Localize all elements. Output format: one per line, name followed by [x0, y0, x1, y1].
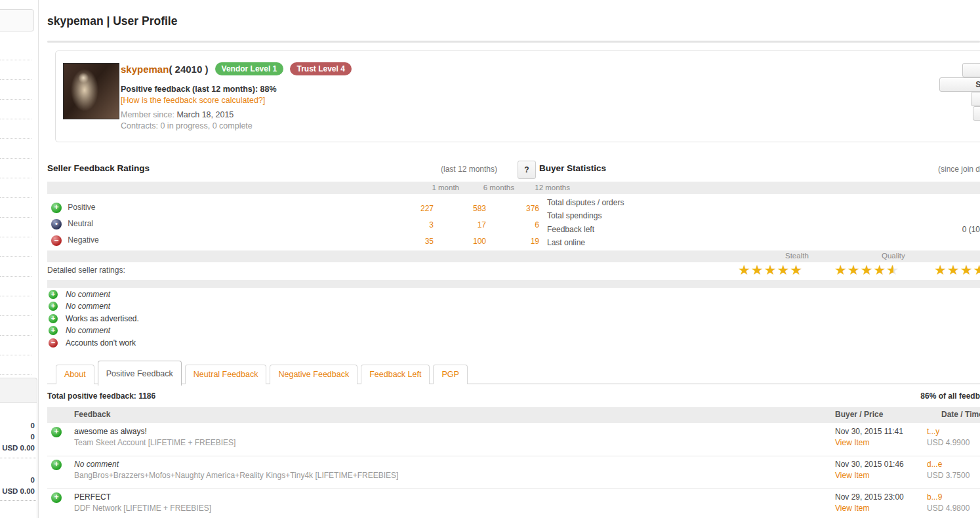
positive-icon	[49, 302, 58, 311]
column-6-months: 6 months	[475, 184, 514, 191]
positive-12m: 376	[500, 204, 539, 213]
feedback-date: Nov 30, 2015 01:46	[835, 460, 904, 469]
title-divider	[47, 41, 980, 43]
avatar-image	[63, 63, 119, 119]
tab-about[interactable]: About	[56, 365, 94, 384]
negative-row: Negative	[51, 235, 99, 246]
stat-feedback-left: Feedback left	[547, 225, 594, 234]
dsr-caption: Detailed seller ratings:	[47, 266, 125, 275]
feedback-item: BangBros+Brazzers+Mofos+Naughty America+…	[74, 471, 398, 480]
member-since-value: March 18, 2015	[176, 110, 234, 119]
positive-feedback-line: Positive feedback (last 12 months): 88%	[121, 85, 277, 94]
comment-text: Accounts don't work	[66, 338, 136, 348]
stat-last-online: Last online	[547, 238, 585, 247]
sidebar-total-amount: USD 0.00	[0, 444, 35, 452]
buyer-link[interactable]: t...y	[927, 427, 939, 436]
block-button[interactable]: B	[973, 106, 980, 121]
feedback-table-header: Feedback Buyer / Price Date / Time	[47, 407, 980, 423]
view-item-link[interactable]: View Item	[835, 504, 869, 513]
header-feedback: Feedback	[74, 410, 110, 419]
neutral-row: Neutral	[51, 219, 93, 229]
neutral-icon	[51, 219, 62, 229]
comment-row: No comment	[49, 301, 58, 313]
username[interactable]: skypeman	[121, 64, 169, 75]
tab-neutral-feedback[interactable]: Neutral Feedback	[185, 365, 267, 384]
neutral-label: Neutral	[68, 219, 93, 228]
seller-feedback-subtitle: (last 12 months)	[441, 165, 497, 174]
positive-icon	[49, 314, 58, 323]
feedback-comment: PERFECT	[74, 492, 111, 502]
vendor-level-badge: Vendor Level 1	[215, 62, 284, 75]
feedback-date: Nov 30, 2015 11:41	[835, 427, 903, 436]
tab-negative-feedback[interactable]: Negative Feedback	[270, 365, 357, 384]
sidebar-dotted-list	[0, 41, 31, 375]
username-line: skypeman( 24010 ) Vendor Level 1 Trust L…	[121, 64, 352, 77]
comment-row: No comment	[49, 325, 58, 338]
stat-total-spendings: Total spendings	[547, 211, 602, 220]
negative-12m: 19	[500, 237, 539, 246]
seller-feedback-title: Seller Feedback Ratings	[47, 163, 150, 173]
positive-icon	[49, 326, 58, 335]
buyer-link[interactable]: b...9	[927, 492, 942, 502]
header-date-time: Date / Time	[941, 410, 980, 419]
feedback-price: USD 4.9900	[927, 438, 970, 447]
negative-icon	[49, 338, 58, 348]
sidebar-total-value: 0	[0, 433, 35, 441]
comment-text: Works as advertised.	[66, 314, 139, 323]
sidebar-divider	[0, 500, 36, 501]
positive-6m: 583	[447, 204, 486, 213]
view-items-button[interactable]: View	[962, 63, 980, 77]
feedback-comment: awesome as always!	[74, 427, 147, 436]
feedback-row: No comment BangBros+Brazzers+Mofos+Naugh…	[47, 456, 980, 489]
total-positive-line: Total positive feedback: 1186	[47, 391, 155, 401]
send-message-button[interactable]: Send Me	[939, 77, 980, 92]
comment-text: No comment	[66, 290, 110, 299]
positive-row: Positive	[51, 203, 95, 213]
buyer-link[interactable]: d...e	[927, 460, 942, 469]
comment-row: Accounts don't work	[49, 338, 58, 350]
dsr-header-bar: Stealth Quality Value for pric	[47, 250, 980, 262]
column-1-month: 1 month	[420, 184, 459, 191]
view-item-link[interactable]: View Item	[835, 471, 869, 480]
sidebar-total-value: 0	[0, 422, 35, 429]
sidebar-totals-header	[0, 378, 37, 403]
stat-total-disputes: Total disputes / orders	[547, 198, 624, 207]
neutral-6m: 17	[447, 220, 486, 229]
help-button[interactable]: ?	[518, 161, 536, 179]
view-item-link[interactable]: View Item	[835, 438, 869, 447]
negative-icon	[51, 235, 62, 246]
tab-positive-feedback[interactable]: Positive Feedback	[98, 361, 182, 386]
favorite-button[interactable]: Fa	[971, 92, 980, 106]
negative-1m: 35	[394, 237, 434, 246]
quality-stars: ★★★★★★	[834, 262, 899, 278]
contracts-line: Contracts: 0 in progress, 0 complete	[121, 121, 253, 130]
positive-icon	[51, 460, 62, 470]
feedback-row: awesome as always! Team Skeet Account [L…	[47, 423, 980, 456]
sidebar-divider	[0, 458, 36, 458]
positive-icon	[51, 427, 62, 437]
comment-text: No comment	[66, 302, 110, 311]
stealth-stars: ★★★★★	[738, 262, 803, 278]
positive-label: Positive	[68, 203, 95, 212]
column-12-months: 12 months	[526, 184, 570, 191]
buyer-statistics-subtitle: (since join d	[938, 165, 980, 174]
header-buyer-price: Buyer / Price	[835, 410, 883, 419]
ratings-column-header-bar: 1 month 6 months 12 months	[47, 182, 980, 194]
sidebar-total-value: 0	[0, 476, 35, 484]
tab-pgp[interactable]: PGP	[433, 365, 467, 384]
feedback-item: Team Skeet Account [LIFETIME + FREEBIES]	[74, 438, 235, 447]
comment-row: Works as advertised.	[49, 313, 58, 326]
dsr-stealth-label: Stealth	[785, 252, 809, 260]
positive-icon	[49, 290, 58, 299]
sidebar-top-box[interactable]	[0, 9, 34, 31]
buyer-statistics-title: Buyer Statistics	[539, 163, 606, 173]
dsr-footer-bar	[47, 280, 980, 288]
left-sidebar: 0 0 USD 0.00 0 USD 0.00	[0, 0, 39, 518]
feedback-score-link[interactable]: [How is the feedback score calculated?]	[121, 96, 265, 105]
feedback-date: Nov 29, 2015 23:00	[835, 492, 904, 502]
tab-feedback-left[interactable]: Feedback Left	[361, 365, 430, 384]
neutral-12m: 6	[500, 220, 539, 229]
positive-1m: 227	[394, 204, 434, 213]
trust-level-badge: Trust Level 4	[290, 62, 351, 75]
value-stars: ★★★★★	[934, 262, 980, 278]
